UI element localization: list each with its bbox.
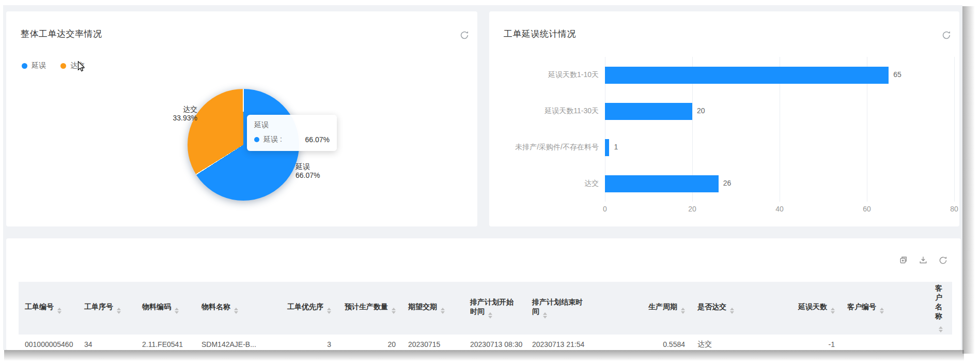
column-header-label: 工单序号 <box>84 302 113 311</box>
column-header-label: 客户编号 <box>847 302 876 311</box>
table-cell: SDM142AJE-B... <box>195 335 260 350</box>
table-cell: 3 <box>260 335 337 350</box>
chart-tooltip: 延误 延误 : 66.07% <box>247 115 337 151</box>
bar-chart: 延误天数1-10天 65 延误天数11-30天 20 未排产/采购件/不存在料号… <box>489 57 959 202</box>
column-header[interactable]: 工单优先序 <box>260 282 337 335</box>
bar-refresh-button[interactable] <box>941 30 952 41</box>
refresh-icon <box>459 30 470 40</box>
column-header[interactable]: 是否达交 <box>691 282 769 335</box>
column-header-label: 延误天数 <box>798 302 827 311</box>
sort-carets-icon <box>831 308 835 314</box>
bar-track: 1 <box>605 139 959 156</box>
pie-label-dajiao: 达交 33.93% <box>151 105 197 123</box>
bar-track: 65 <box>605 67 959 84</box>
column-header[interactable]: 期望交期 <box>402 282 464 335</box>
sort-carets-icon <box>175 308 179 314</box>
column-header-label: 预计生产数量 <box>345 302 388 311</box>
download-button[interactable] <box>919 255 928 265</box>
tooltip-value: 66.07% <box>305 135 330 144</box>
sort-carets-icon <box>234 308 238 314</box>
table-refresh-button[interactable] <box>938 255 947 265</box>
insert-window-button[interactable] <box>899 255 908 265</box>
column-header-label: 是否达交 <box>697 302 726 311</box>
legend-dot <box>60 63 66 69</box>
sort-carets-icon <box>488 312 492 318</box>
bar-value-label: 26 <box>723 179 732 187</box>
bar[interactable] <box>605 103 692 120</box>
sort-carets-icon <box>939 326 943 332</box>
window-edge-shadow-bottom <box>4 350 964 361</box>
bar-track: 20 <box>605 103 959 120</box>
sort-carets-icon <box>681 308 685 314</box>
axis-tick-label: 80 <box>950 205 958 213</box>
column-header[interactable]: 工单序号 <box>78 282 136 335</box>
table-cell: 2.11.FE0541 <box>136 335 195 350</box>
bar[interactable] <box>605 67 889 84</box>
delay-stats-card: 工单延误统计情况 延误天数1-10天 65 延误天数11-30天 20 未排产/… <box>489 11 959 226</box>
table-cell: 达交 <box>691 335 769 350</box>
refresh-icon <box>938 255 948 265</box>
bar-x-axis: 020406080 <box>489 205 959 214</box>
bar-category-label: 延误天数1-10天 <box>489 70 605 80</box>
bar-value-label: 65 <box>893 70 901 79</box>
sort-carets-icon <box>117 308 121 314</box>
axis-tick-label: 40 <box>775 205 784 213</box>
table-toolbar <box>899 255 947 265</box>
bar[interactable] <box>605 175 719 192</box>
sort-carets-icon <box>57 308 61 314</box>
table-row: 001000005460342.11.FE0541SDM142AJE-B...3… <box>19 335 952 350</box>
bar-category-label: 延误天数11-30天 <box>489 107 605 116</box>
pie-legend: 延误 达交 <box>22 61 85 70</box>
column-header-label: 生产周期 <box>648 302 677 311</box>
work-order-table: 工单编号工单序号物料编码物料名称工单优先序预计生产数量期望交期排产计划开始时间排… <box>19 282 952 350</box>
bar-card-title: 工单延误统计情况 <box>504 28 576 40</box>
sort-carets-icon <box>327 308 331 314</box>
table-wrapper: 工单编号工单序号物料编码物料名称工单优先序预计生产数量期望交期排产计划开始时间排… <box>19 282 952 350</box>
table-cell: 20230713 08:30 <box>464 335 526 350</box>
refresh-icon <box>941 30 952 40</box>
column-header[interactable]: 预计生产数量 <box>337 282 402 335</box>
bar-value-label: 1 <box>614 143 618 151</box>
axis-tick-label: 0 <box>603 205 607 213</box>
column-header-label: 工单优先序 <box>287 302 323 311</box>
sort-carets-icon <box>441 308 445 314</box>
pie-label-yanwu: 延误 66.07% <box>295 162 320 180</box>
column-header[interactable]: 客户名称 <box>929 282 952 335</box>
column-header-label: 物料名称 <box>201 302 230 311</box>
copy-plus-icon <box>899 255 908 265</box>
sort-carets-icon <box>880 308 884 314</box>
axis-tick-label: 60 <box>863 205 871 213</box>
column-header-label: 工单编号 <box>25 302 54 311</box>
column-header[interactable]: 生产周期 <box>596 282 691 335</box>
column-header[interactable]: 排产计划开始时间 <box>464 282 526 335</box>
column-header[interactable]: 客户编号 <box>841 282 929 335</box>
column-header-label: 排产计划结束时间 <box>532 298 583 315</box>
bar[interactable] <box>605 139 609 156</box>
axis-tick-label: 20 <box>688 205 696 213</box>
tooltip-series-dot <box>254 137 259 142</box>
delivery-rate-card: 整体工单达交率情况 延误 达交 达交 33.93% 延误 66.07% 延误 延… <box>6 11 477 226</box>
column-header[interactable]: 工单编号 <box>19 282 78 335</box>
bar-row: 未排产/采购件/不存在料号 1 <box>489 129 959 165</box>
table-cell: 20230713 21:54 <box>526 335 596 350</box>
sort-carets-icon <box>730 308 734 314</box>
download-icon <box>919 255 928 265</box>
column-header-label: 客户名称 <box>935 284 942 320</box>
column-header[interactable]: 延误天数 <box>769 282 841 335</box>
legend-item-yanwu[interactable]: 延误 <box>22 61 46 70</box>
column-header-label: 期望交期 <box>408 302 437 311</box>
pie-refresh-button[interactable] <box>459 30 470 41</box>
bar-row: 达交 26 <box>489 165 959 202</box>
sort-carets-icon <box>392 308 396 314</box>
bar-category-label: 未排产/采购件/不存在料号 <box>489 143 605 152</box>
column-header[interactable]: 排产计划结束时间 <box>526 282 596 335</box>
table-cell: 34 <box>78 335 136 350</box>
bar-row: 延误天数1-10天 65 <box>489 57 959 93</box>
column-header[interactable]: 物料名称 <box>195 282 260 335</box>
column-header[interactable]: 物料编码 <box>136 282 195 335</box>
mouse-cursor <box>77 61 85 72</box>
legend-dot <box>22 63 27 69</box>
tooltip-series-name: 延误 : <box>263 135 282 144</box>
work-order-table-card: 工单编号工单序号物料编码物料名称工单优先序预计生产数量期望交期排产计划开始时间排… <box>6 238 961 350</box>
bar-category-label: 达交 <box>489 179 605 188</box>
